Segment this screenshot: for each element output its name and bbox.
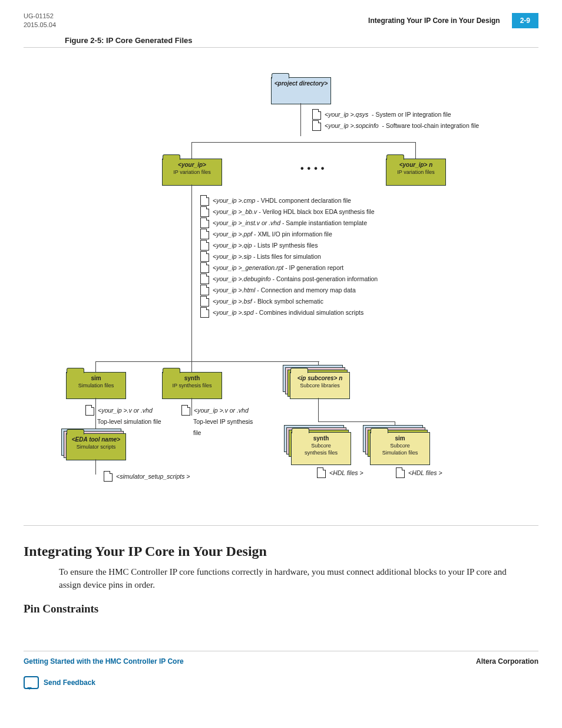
body-paragraph: To ensure the HMC Controller IP core fun… [59,565,513,592]
file-row: <your_ip >.sip - Lists files for simulat… [200,251,378,262]
hdl-files-sim: <HDL files > [396,467,442,479]
folder-your-ip-n: <your_ip> n IP variation files [386,159,446,186]
file-icon [200,296,209,307]
header-bar: UG-01152 2015.05.04 Integrating Your IP … [24,12,538,30]
file-row: <your_ip >.cmp - VHDL component declarat… [200,195,378,206]
file-icon [200,274,209,284]
folder-sub-sim: sim Subcore Simulation files [370,432,430,465]
file-icon [312,109,321,120]
header-left: UG-01152 2015.05.04 [24,12,56,30]
file-row: <your_ip >.spd - Combines individual sim… [200,307,378,318]
section-running-title: Integrating Your IP Core in Your Design [368,17,500,25]
folder-ip-subcores: <ip subcores> n Subcore libraries [290,372,350,399]
file-row: <your_ip >.bsf - Block symbol schematic [200,296,378,307]
send-feedback-link[interactable]: Send Feedback [24,676,538,689]
file-row: <your_ip >_bb.v - Verilog HDL black box … [200,206,378,218]
ip-files-list: <your_ip >.cmp - VHDL component declarat… [200,195,378,318]
file-row: <your_ip >.ppf - XML I/O pin information… [200,229,378,240]
folder-sub-synth: synth Subcore synthesis files [291,432,351,465]
file-icon [200,285,209,295]
file-row: <your_ip >.html - Connection and memory … [200,285,378,296]
page-number-badge: 2-9 [512,13,538,28]
file-icon [396,467,405,478]
file-icon [104,471,113,482]
file-icon [85,405,94,416]
doc-date: 2015.05.04 [24,21,56,29]
file-row: <your_ip >.qip - Lists IP synthesis file… [200,240,378,251]
file-icon [200,251,209,262]
send-feedback-label: Send Feedback [44,678,95,687]
file-icon [200,206,209,217]
eda-file-note: <simulator_setup_scripts > [104,471,190,482]
synth-file-note: <your_ip >.v or .vhd Top-level IP synthe… [181,405,261,439]
footer-chapter-link[interactable]: Getting Started with the HMC Controller … [24,657,184,666]
figure-diagram: <project directory> <your_ip >.qsys - Sy… [24,54,538,513]
subsection-heading: Pin Constraints [24,602,538,615]
file-icon [317,467,326,478]
file-icon [200,195,209,206]
file-icon [200,307,209,318]
file-icon [312,120,321,131]
section-heading: Integrating Your IP Core in Your Design [24,543,538,559]
footer-corporation: Altera Corporation [476,657,538,666]
folder-eda-tool: <EDA tool name> Simulator scripts [66,433,126,460]
folder-your-ip: <your_ip> IP variation files [162,159,222,186]
doc-id: UG-01152 [24,12,56,21]
file-row: <your_ip >_inst.v or .vhd - Sample insta… [200,218,378,229]
feedback-icon [24,676,39,689]
folder-project-directory: <project directory> [271,77,331,104]
header-right: Integrating Your IP Core in Your Design … [368,13,538,28]
hdl-files-synth: <HDL files > [317,467,363,479]
file-icon [200,262,209,273]
folder-synth: synth IP synthesis files [162,372,222,399]
ellipsis-icon: •••• [300,163,328,174]
sim-file-note: <your_ip >.v or .vhd Top-level simulatio… [85,405,165,427]
file-icon [200,229,209,239]
figure-caption: Figure 2-5: IP Core Generated Files [65,36,538,45]
file-row: <your_ip >.debuginfo - Contains post-gen… [200,274,378,285]
file-icon [200,218,209,228]
file-row: <your_ip >_generation.rpt - IP generatio… [200,262,378,274]
divider [24,47,538,48]
file-icon [181,405,190,416]
folder-sim: sim Simulation files [66,372,126,399]
file-icon [200,240,209,251]
project-files-list: <your_ip >.qsys - System or IP integrati… [312,109,479,131]
footer-bar: Getting Started with the HMC Controller … [24,651,538,666]
divider [24,525,538,526]
